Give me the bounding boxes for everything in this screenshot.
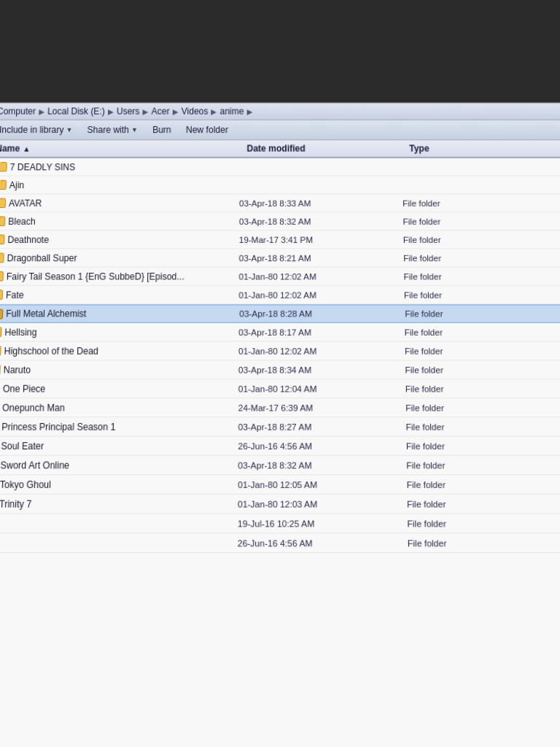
table-row[interactable]: Highschool of the Dead01-Jan-80 12:02 AM… [0,342,560,361]
file-name: Bleach [8,216,36,227]
table-row[interactable]: Onepunch Man24-Mar-17 6:39 AMFile folder [0,398,560,417]
file-date: 03-Apr-18 8:27 AM [238,422,405,431]
file-date: 03-Apr-18 8:33 AM [239,198,402,207]
table-row[interactable]: Fairy Tail Season 1 {EnG SubbeD} [Episod… [0,268,560,286]
file-date: 03-Apr-18 8:28 AM [239,309,405,319]
file-date: 24-Mar-17 6:39 AM [238,403,406,412]
file-date: 03-Apr-18 8:32 AM [239,217,403,225]
file-date: 03-Apr-18 8:21 AM [239,253,404,263]
file-name-cell: Naruto [0,364,238,375]
breadcrumb-videos[interactable]: Videos [182,107,209,117]
file-date: 03-Apr-18 8:17 AM [238,328,405,337]
file-name-cell: Soul Eater [0,440,238,451]
table-row[interactable]: Princess Principal Season 103-Apr-18 8:2… [0,417,560,436]
file-date: 03-Apr-18 8:34 AM [238,365,405,374]
table-row[interactable]: Trinity 701-Jan-80 12:03 AMFile folder [0,495,560,514]
table-row[interactable]: One Piece01-Jan-80 12:04 AMFile folder [0,379,560,398]
file-type: File folder [405,384,560,393]
file-name-cell: Sword Art Online [0,460,238,471]
folder-icon [0,162,7,171]
table-row[interactable]: Naruto03-Apr-18 8:34 AMFile folder [0,360,560,379]
column-date-header[interactable]: Date modified [246,143,409,153]
file-name-cell: Princess Principal Season 1 [0,421,238,432]
table-row[interactable]: Soul Eater26-Jun-16 4:56 AMFile folder [0,436,560,455]
table-row[interactable]: 7 DEADLY SINS [0,158,560,177]
column-name-header[interactable]: Name ▲ [0,143,246,153]
breadcrumb-localdisk[interactable]: Local Disk (E:) [47,107,105,117]
file-type: File folder [407,479,560,489]
table-row[interactable]: AVATAR03-Apr-18 8:33 AMFile folder [0,194,560,212]
file-date: 01-Jan-80 12:02 AM [238,346,405,355]
breadcrumb-computer[interactable]: Computer [0,107,36,117]
file-date: 01-Jan-80 12:02 AM [238,271,403,281]
toolbar: Include in library ▼ Share with ▼ Burn N… [0,120,560,141]
table-row[interactable]: Full Metal Alchemist03-Apr-18 8:28 AMFil… [0,304,560,323]
file-type: File folder [406,441,560,451]
file-type: File folder [404,290,560,300]
table-row[interactable]: Bleach03-Apr-18 8:32 AMFile folder [0,212,560,231]
include-library-arrow: ▼ [66,126,72,133]
folder-icon [0,271,4,282]
file-name-cell: 7 DEADLY SINS [0,162,239,172]
folder-icon [0,346,1,356]
file-name-cell: Fairy Tail Season 1 {EnG SubbeD} [Episod… [0,271,239,282]
new-folder-button[interactable]: New folder [183,123,231,136]
table-row[interactable]: Deathnote19-Mar-17 3:41 PMFile folder [0,231,560,249]
column-type-header[interactable]: Type [409,143,560,153]
file-type: File folder [405,365,560,374]
file-date: 01-Jan-80 12:03 AM [238,499,407,508]
share-arrow: ▼ [131,126,138,133]
table-row[interactable]: Fate01-Jan-80 12:02 AMFile folder [0,286,560,304]
file-name: Fate [6,290,24,301]
file-type: File folder [402,198,560,207]
share-with-button[interactable]: Share with ▼ [84,123,141,136]
include-library-button[interactable]: Include in library ▼ [0,123,76,136]
file-type: File folder [406,460,560,470]
file-name-cell: Ajin [0,179,239,190]
file-name: Princess Principal Season 1 [1,421,116,432]
file-type: File folder [403,235,560,244]
breadcrumb-anime[interactable]: anime [220,107,244,117]
file-type: File folder [403,253,560,263]
file-name-cell: Trinity 7 [0,498,238,510]
file-date: 01-Jan-80 12:02 AM [238,290,404,300]
table-row[interactable]: 26-Jun-16 4:56 AMFile folder [0,533,560,553]
burn-button[interactable]: Burn [149,123,174,136]
file-name-cell: One Piece [0,383,238,394]
file-date: 26-Jun-16 4:56 AM [238,441,406,451]
file-name: Fairy Tail Season 1 {EnG SubbeD} [Episod… [7,271,184,282]
file-type: File folder [405,328,560,337]
file-name: Dragonball Super [7,252,77,263]
breadcrumb-arrow-6: ▶ [247,107,253,115]
file-type: File folder [402,217,560,225]
file-name: Full Metal Alchemist [6,309,87,320]
breadcrumb-arrow-5: ▶ [211,107,217,115]
file-date: 03-Apr-18 8:32 AM [238,460,406,470]
file-date: 01-Jan-80 12:05 AM [238,479,407,489]
folder-icon [0,234,5,244]
table-row[interactable]: Tokyo Ghoul01-Jan-80 12:05 AMFile folder [0,475,560,495]
table-row[interactable]: Sword Art Online03-Apr-18 8:32 AMFile fo… [0,456,560,475]
folder-icon [0,253,4,263]
column-headers: Name ▲ Date modified Type [0,140,560,158]
table-row[interactable]: Dragonball Super03-Apr-18 8:21 AMFile fo… [0,249,560,267]
table-row[interactable]: Hellsing03-Apr-18 8:17 AMFile folder [0,323,560,342]
file-name: One Piece [3,383,46,394]
table-row[interactable]: Ajin [0,177,560,195]
breadcrumb-arrow-3: ▶ [142,107,148,115]
breadcrumb-arrow-1: ▶ [39,107,44,115]
file-name: Hellsing [4,327,37,338]
file-type: File folder [408,538,560,547]
file-name: AVATAR [9,198,42,209]
file-date: 19-Jul-16 10:25 AM [238,519,408,528]
folder-icon [0,327,1,337]
file-date: 26-Jun-16 4:56 AM [238,538,408,547]
breadcrumb-acer[interactable]: Acer [152,107,170,117]
file-name-cell [0,538,238,549]
breadcrumb-users[interactable]: Users [117,107,140,117]
file-name-cell: Highschool of the Dead [0,345,238,356]
folder-icon [0,365,1,375]
file-type: File folder [405,403,560,412]
table-row[interactable]: 19-Jul-16 10:25 AMFile folder [0,514,560,534]
file-name-cell: Bleach [0,216,239,227]
